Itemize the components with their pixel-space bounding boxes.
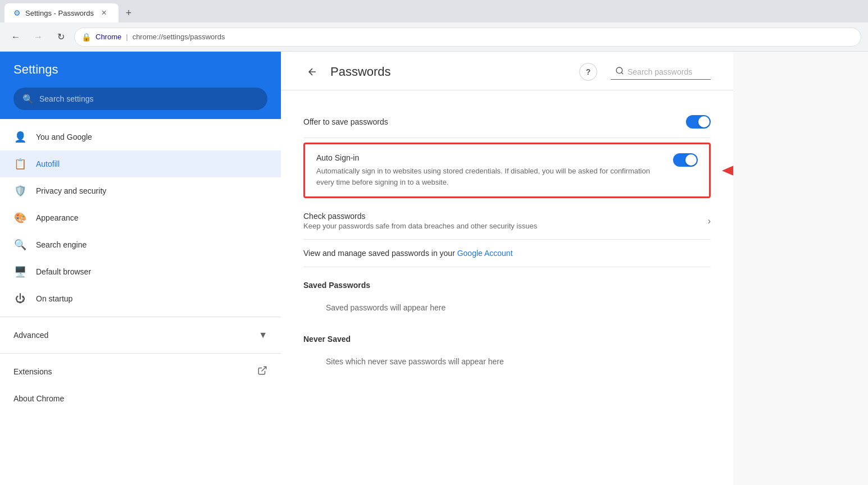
sidebar-divider-2 bbox=[0, 353, 281, 354]
active-tab[interactable]: ⚙ Settings - Passwords × bbox=[4, 3, 119, 22]
settings-search-bar[interactable]: 🔍 bbox=[13, 88, 267, 110]
check-passwords-row[interactable]: Check passwords Keep your passwords safe… bbox=[303, 203, 711, 240]
svg-point-1 bbox=[616, 67, 622, 74]
sidebar-item-on-startup[interactable]: ⏻ On startup bbox=[0, 285, 281, 312]
you-and-google-icon: 👤 bbox=[13, 130, 27, 144]
reload-button[interactable]: ↻ bbox=[52, 28, 70, 46]
settings-header: Settings bbox=[0, 52, 281, 88]
sidebar-label-search: Search engine bbox=[36, 240, 87, 249]
sidebar-item-default-browser[interactable]: 🖥️ Default browser bbox=[0, 258, 281, 285]
sidebar-label-appearance: Appearance bbox=[36, 213, 79, 222]
address-bar[interactable]: 🔒 Chrome | chrome://settings/passwords bbox=[74, 28, 861, 47]
sidebar-label-privacy: Privacy and security bbox=[36, 186, 106, 195]
never-saved-header: Never Saved bbox=[303, 321, 711, 348]
offer-save-label: Offer to save passwords bbox=[303, 117, 388, 126]
settings-title: Settings bbox=[13, 62, 58, 77]
security-icon: 🔒 bbox=[81, 33, 91, 42]
search-settings-input[interactable] bbox=[39, 94, 258, 103]
appearance-icon: 🎨 bbox=[13, 211, 27, 225]
google-account-text: View and manage saved passwords in your bbox=[303, 249, 455, 258]
offer-save-toggle-knob bbox=[698, 116, 710, 127]
never-saved-empty: Sites which never save passwords will ap… bbox=[303, 348, 711, 375]
search-settings-icon: 🔍 bbox=[22, 94, 34, 104]
sidebar-label-you-and-google: You and Google bbox=[36, 132, 92, 141]
extensions-external-icon bbox=[257, 365, 267, 378]
sidebar-item-advanced[interactable]: Advanced ▼ bbox=[0, 322, 281, 349]
tab-close-button[interactable]: × bbox=[98, 7, 110, 19]
new-tab-button[interactable]: + bbox=[121, 5, 137, 21]
back-button[interactable]: ← bbox=[7, 28, 25, 46]
address-scheme: chrome://settings/passwords bbox=[133, 33, 225, 41]
nav-bar: ← → ↻ 🔒 Chrome | chrome://settings/passw… bbox=[0, 22, 868, 52]
sidebar-divider bbox=[0, 317, 281, 317]
search-passwords-icon bbox=[615, 66, 624, 77]
sidebar-label-extensions: Extensions bbox=[13, 367, 52, 376]
search-engine-icon: 🔍 bbox=[13, 238, 27, 251]
sidebar-label-on-startup: On startup bbox=[36, 294, 72, 303]
browser-frame: ⚙ Settings - Passwords × + ← → ↻ 🔒 Chrom… bbox=[0, 0, 868, 485]
auto-signin-toggle[interactable] bbox=[673, 153, 698, 167]
sidebar-label-autofill: Autofill bbox=[36, 159, 60, 168]
sidebar-item-you-and-google[interactable]: 👤 You and Google bbox=[0, 123, 281, 150]
offer-save-toggle[interactable] bbox=[686, 115, 711, 129]
saved-passwords-header: Saved Passwords bbox=[303, 267, 711, 294]
advanced-chevron-icon: ▼ bbox=[258, 330, 267, 340]
sidebar-label-about-chrome: About Chrome bbox=[13, 394, 64, 403]
passwords-header: Passwords ? bbox=[281, 52, 733, 90]
sidebar-nav: 👤 You and Google 📋 Autofill 🛡️ Privacy a… bbox=[0, 119, 281, 417]
check-passwords-desc: Keep your passwords safe from data breac… bbox=[303, 222, 708, 230]
sidebar-item-extensions[interactable]: Extensions bbox=[0, 358, 281, 385]
passwords-content: Offer to save passwords Auto Sign-in Aut… bbox=[281, 90, 733, 485]
tab-title: Settings - Passwords bbox=[25, 9, 94, 17]
check-passwords-label: Check passwords bbox=[303, 212, 708, 221]
sidebar-item-autofill[interactable]: 📋 Autofill bbox=[0, 150, 281, 177]
sidebar-item-appearance[interactable]: 🎨 Appearance bbox=[0, 204, 281, 231]
sidebar-item-privacy[interactable]: 🛡️ Privacy and security bbox=[0, 177, 281, 204]
forward-button[interactable]: → bbox=[29, 28, 47, 46]
address-brand: Chrome bbox=[96, 33, 121, 41]
privacy-icon: 🛡️ bbox=[13, 184, 27, 198]
default-browser-icon: 🖥️ bbox=[13, 265, 27, 278]
check-passwords-chevron-icon: › bbox=[708, 216, 711, 226]
auto-signin-row: Auto Sign-in Automatically sign in to we… bbox=[303, 143, 711, 198]
passwords-search-bar[interactable] bbox=[611, 64, 711, 80]
sidebar-item-search-engine[interactable]: 🔍 Search engine bbox=[0, 231, 281, 258]
check-passwords-text: Check passwords Keep your passwords safe… bbox=[303, 212, 708, 230]
on-startup-icon: ⏻ bbox=[13, 292, 27, 305]
passwords-main-panel: Passwords ? Offer to save passwords bbox=[281, 52, 733, 485]
right-panel bbox=[733, 52, 868, 485]
svg-line-0 bbox=[262, 367, 266, 371]
auto-signin-desc: Automatically sign in to websites using … bbox=[316, 166, 664, 187]
search-passwords-input[interactable] bbox=[628, 67, 706, 76]
settings-search-container: 🔍 bbox=[0, 88, 281, 119]
autofill-icon: 📋 bbox=[13, 157, 27, 171]
passwords-back-button[interactable] bbox=[303, 63, 321, 81]
auto-signin-toggle-knob bbox=[685, 154, 697, 166]
auto-signin-label: Auto Sign-in bbox=[316, 153, 664, 162]
sidebar-label-default-browser: Default browser bbox=[36, 267, 91, 276]
auto-signin-text: Auto Sign-in Automatically sign in to we… bbox=[316, 153, 664, 187]
page-content: Settings 🔍 👤 You and Google 📋 Autofill bbox=[0, 52, 868, 485]
google-account-row: View and manage saved passwords in your … bbox=[303, 240, 711, 267]
saved-passwords-empty: Saved passwords will appear here bbox=[303, 294, 711, 321]
address-separator: | bbox=[126, 33, 128, 41]
sidebar-item-about-chrome[interactable]: About Chrome bbox=[0, 385, 281, 412]
help-button[interactable]: ? bbox=[579, 63, 597, 81]
passwords-title: Passwords bbox=[330, 65, 570, 79]
offer-save-text: Offer to save passwords bbox=[303, 117, 686, 127]
settings-tab-icon: ⚙ bbox=[13, 8, 21, 17]
svg-line-2 bbox=[621, 72, 623, 74]
annotation-arrow bbox=[722, 151, 733, 190]
google-account-link[interactable]: Google Account bbox=[457, 249, 513, 258]
sidebar-label-advanced: Advanced bbox=[13, 331, 48, 340]
settings-sidebar: Settings 🔍 👤 You and Google 📋 Autofill bbox=[0, 52, 281, 485]
tab-bar: ⚙ Settings - Passwords × + bbox=[0, 0, 868, 22]
offer-save-passwords-row: Offer to save passwords bbox=[303, 104, 711, 138]
